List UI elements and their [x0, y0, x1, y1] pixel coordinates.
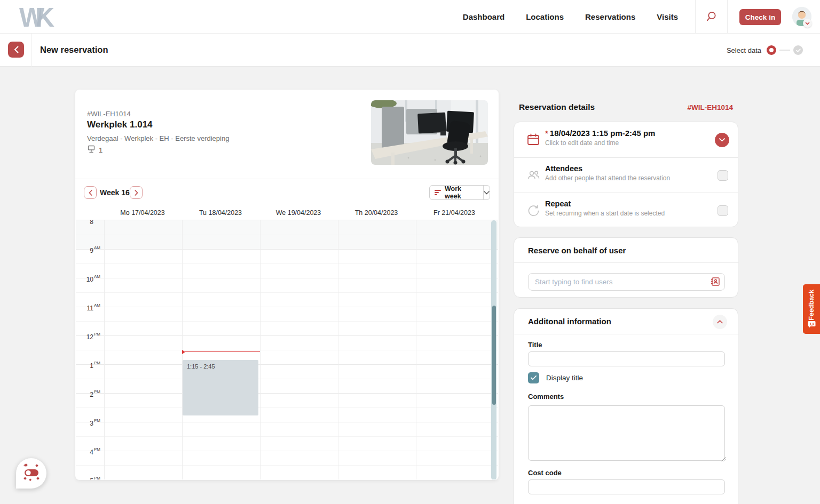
chevron-up-icon	[717, 320, 723, 324]
hour-label: 4PM	[76, 447, 100, 456]
attendees-checkbox[interactable]	[718, 170, 728, 181]
calendar-view-select[interactable]: Work week	[429, 185, 490, 200]
hour-line	[76, 422, 498, 422]
nav-divider	[695, 0, 696, 34]
day-header: We 19/04/2023	[259, 209, 337, 217]
feedback-chat-icon	[808, 321, 816, 331]
view-selected-value: Work week	[445, 185, 479, 200]
address-book-icon[interactable]	[711, 277, 720, 288]
avatar-menu-badge[interactable]	[803, 19, 812, 28]
resource-amenity: 1	[87, 145, 102, 155]
repeat-texts: Repeat Set recurring when a start date i…	[545, 199, 665, 217]
attendees-row[interactable]: Attendees Add other people that attend t…	[514, 157, 738, 193]
repeat-title: Repeat	[545, 199, 665, 208]
top-nav: W K DashboardLocationsReservationsVisits…	[0, 0, 820, 34]
repeat-checkbox[interactable]	[718, 205, 728, 216]
logo-letter-k: K	[35, 2, 53, 33]
display-title-row: Display title	[528, 372, 583, 383]
hour-line	[76, 335, 498, 336]
resource-calendar-card: #WIL-EH1014 Werkplek 1.014 Verdegaal - W…	[75, 90, 499, 480]
hour-label: 8AM	[76, 220, 100, 226]
card-divider	[514, 262, 739, 263]
calendar-scrollbar[interactable]	[491, 220, 496, 479]
step-done-indicator	[793, 45, 803, 55]
display-title-checkbox[interactable]	[528, 372, 539, 383]
cost-code-label: Cost code	[528, 469, 562, 477]
half-hour-line	[76, 379, 498, 379]
chevron-right-icon	[135, 190, 138, 196]
hour-label: 1PM	[76, 361, 100, 370]
nav-item-reservations[interactable]: Reservations	[585, 12, 635, 21]
attendees-texts: Attendees Add other people that attend t…	[545, 164, 670, 182]
display-title-label: Display title	[546, 374, 583, 382]
repeat-row[interactable]: Repeat Set recurring when a start date i…	[514, 193, 738, 228]
nav-item-locations[interactable]: Locations	[526, 12, 564, 21]
calendar-icon	[527, 133, 540, 148]
cost-code-input[interactable]	[528, 479, 725, 494]
desk-count: 1	[99, 146, 102, 154]
day-column-line	[416, 220, 416, 479]
day-column-line	[104, 220, 105, 479]
datetime-expand-button[interactable]	[715, 133, 729, 147]
main-nav: DashboardLocationsReservationsVisits	[463, 0, 678, 34]
calendar-event[interactable]: 1:15 - 2:45	[183, 360, 258, 415]
required-mark: *	[545, 129, 548, 138]
search-icon	[705, 16, 717, 24]
user-avatar[interactable]	[792, 7, 811, 26]
half-hour-line	[76, 263, 498, 264]
half-hour-line	[76, 235, 498, 235]
check-in-button[interactable]: Check in	[739, 9, 781, 25]
datetime-value: *18/04/2023 1:15 pm-2:45 pm	[545, 129, 655, 138]
comments-label: Comments	[528, 393, 564, 401]
half-hour-line	[76, 321, 498, 322]
feedback-label: Feedback	[808, 290, 815, 321]
calendar-scrollbar-thumb[interactable]	[492, 306, 496, 405]
calendar-day-headers: Mo 17/04/2023Tu 18/04/2023We 19/04/2023T…	[75, 209, 499, 220]
cookie-preferences-button[interactable]	[16, 458, 46, 489]
hour-label: 11AM	[76, 303, 100, 312]
behalf-heading: Reserve on behalf of user	[528, 246, 626, 255]
hour-label: 3PM	[76, 418, 100, 427]
reservation-details-heading: Reservation details	[519, 102, 595, 112]
calendar-grid[interactable]: 8AM9AM10AM11AM12PM1PM2PM3PM4PM5PM 1:15 -…	[76, 220, 498, 479]
workspace-photo	[371, 100, 488, 165]
search-button[interactable]	[703, 9, 720, 26]
behalf-user-input[interactable]	[528, 273, 725, 291]
collapse-section-button[interactable]	[713, 315, 727, 329]
step-connector	[779, 50, 790, 51]
back-button[interactable]	[8, 42, 24, 58]
card-divider	[75, 179, 499, 179]
day-header: Th 20/04/2023	[337, 209, 415, 217]
chevron-down-icon	[484, 191, 490, 195]
datetime-hint: Click to edit date and time	[545, 139, 655, 147]
wizard-stepper: Select data	[727, 34, 803, 67]
comments-textarea[interactable]	[528, 405, 725, 461]
title-label: Title	[528, 341, 542, 349]
resource-code: #WIL-EH1014	[87, 110, 131, 118]
nav-item-dashboard[interactable]: Dashboard	[463, 12, 504, 21]
app-logo[interactable]: W K	[19, 2, 67, 32]
hour-line	[76, 307, 498, 307]
hour-line	[76, 278, 498, 278]
page-title: New reservation	[40, 45, 108, 55]
check-icon	[531, 375, 537, 380]
chevron-down-icon	[805, 22, 810, 25]
previous-week-button[interactable]	[84, 186, 97, 199]
desk-icon	[87, 145, 96, 155]
day-column-line	[260, 220, 261, 479]
chevron-down-icon	[719, 138, 725, 142]
page: W K DashboardLocationsReservationsVisits…	[0, 0, 820, 504]
feedback-tab[interactable]: Feedback	[803, 284, 820, 334]
nav-item-visits[interactable]: Visits	[657, 12, 678, 21]
check-icon	[796, 49, 801, 52]
half-hour-line	[76, 407, 498, 408]
attendees-title: Attendees	[545, 164, 670, 173]
title-input[interactable]	[528, 351, 725, 366]
datetime-row[interactable]: *18/04/2023 1:15 pm-2:45 pm Click to edi…	[514, 122, 738, 157]
hour-line	[76, 393, 498, 394]
next-week-button[interactable]	[130, 186, 143, 199]
day-header: Mo 17/04/2023	[104, 209, 182, 217]
week-bar: Week 16 Work week	[75, 185, 499, 200]
reserve-on-behalf-card: Reserve on behalf of user	[514, 237, 738, 298]
reservation-code: #WIL-EH1014	[687, 103, 733, 111]
